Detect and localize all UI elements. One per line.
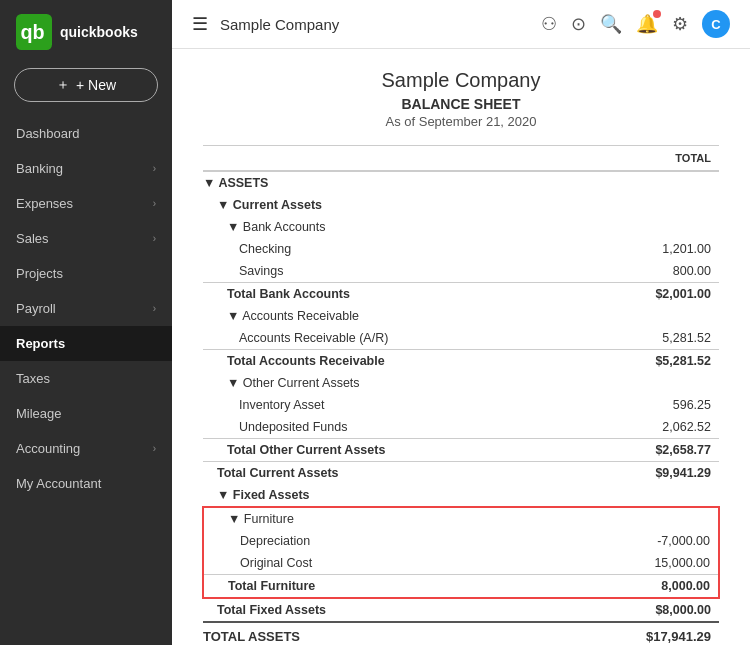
row-amount <box>567 216 719 238</box>
table-row: Total Bank Accounts$2,001.00 <box>203 283 719 306</box>
sidebar-item-label: Mileage <box>16 406 62 421</box>
svg-text:qb: qb <box>21 21 45 43</box>
row-label: ▼ Accounts Receivable <box>203 305 567 327</box>
row-label: ▼ Other Current Assets <box>203 372 567 394</box>
report-content: Sample Company BALANCE SHEET As of Septe… <box>172 49 750 645</box>
quickbooks-logo: qb <box>16 14 52 50</box>
row-amount: 2,062.52 <box>567 416 719 439</box>
plus-icon: ＋ <box>56 76 70 94</box>
sidebar-item-expenses[interactable]: Expenses› <box>0 186 172 221</box>
sidebar-item-label: Expenses <box>16 196 73 211</box>
row-label: Total Furniture <box>203 575 567 599</box>
notification-dot <box>653 10 661 18</box>
table-row: TOTAL ASSETS$17,941.29 <box>203 622 719 645</box>
row-amount: $2,658.77 <box>567 439 719 462</box>
chevron-right-icon: › <box>153 443 156 454</box>
row-amount <box>567 372 719 394</box>
profile-icon[interactable]: ⚇ <box>541 13 557 35</box>
row-amount: 8,000.00 <box>567 575 719 599</box>
row-amount <box>567 171 719 194</box>
table-row: ▼ Accounts Receivable <box>203 305 719 327</box>
sidebar-item-mileage[interactable]: Mileage <box>0 396 172 431</box>
table-row: Inventory Asset596.25 <box>203 394 719 416</box>
report-title: BALANCE SHEET <box>202 96 720 112</box>
new-button-label: + New <box>76 77 116 93</box>
row-amount: $5,281.52 <box>567 350 719 373</box>
sidebar-item-taxes[interactable]: Taxes <box>0 361 172 396</box>
sidebar: qb quickbooks ＋ + New DashboardBanking›E… <box>0 0 172 645</box>
row-label: Accounts Receivable (A/R) <box>203 327 567 350</box>
table-row: ▼ Other Current Assets <box>203 372 719 394</box>
table-header-row: TOTAL <box>203 146 719 172</box>
row-label: ▼ Current Assets <box>203 194 567 216</box>
topbar-icons: ⚇ ⊙ 🔍 🔔 ⚙ C <box>541 10 730 38</box>
row-label: Total Other Current Assets <box>203 439 567 462</box>
sidebar-item-projects[interactable]: Projects <box>0 256 172 291</box>
row-label: TOTAL ASSETS <box>203 622 567 645</box>
row-amount <box>567 305 719 327</box>
row-label: ▼ Bank Accounts <box>203 216 567 238</box>
hamburger-icon[interactable]: ☰ <box>192 13 208 35</box>
row-amount: 800.00 <box>567 260 719 283</box>
table-row: Checking1,201.00 <box>203 238 719 260</box>
sidebar-item-dashboard[interactable]: Dashboard <box>0 116 172 151</box>
row-amount: $17,941.29 <box>567 622 719 645</box>
row-amount: 1,201.00 <box>567 238 719 260</box>
new-button[interactable]: ＋ + New <box>14 68 158 102</box>
table-row: Accounts Receivable (A/R)5,281.52 <box>203 327 719 350</box>
row-label: Total Fixed Assets <box>203 598 567 622</box>
sidebar-item-payroll[interactable]: Payroll› <box>0 291 172 326</box>
report-company: Sample Company <box>202 69 720 92</box>
sidebar-item-label: Taxes <box>16 371 50 386</box>
sidebar-nav: DashboardBanking›Expenses›Sales›Projects… <box>0 116 172 501</box>
row-label: Original Cost <box>203 552 567 575</box>
table-row: ▼ Current Assets <box>203 194 719 216</box>
table-row: ▼ Bank Accounts <box>203 216 719 238</box>
help-icon[interactable]: ⊙ <box>571 13 586 35</box>
sidebar-item-banking[interactable]: Banking› <box>0 151 172 186</box>
brand-name: quickbooks <box>60 24 138 40</box>
table-row: ▼ Fixed Assets <box>203 484 719 507</box>
row-amount: 596.25 <box>567 394 719 416</box>
chevron-right-icon: › <box>153 198 156 209</box>
row-label: Inventory Asset <box>203 394 567 416</box>
sidebar-item-sales[interactable]: Sales› <box>0 221 172 256</box>
table-row: Original Cost15,000.00 <box>203 552 719 575</box>
sidebar-item-reports[interactable]: Reports <box>0 326 172 361</box>
table-row: Total Other Current Assets$2,658.77 <box>203 439 719 462</box>
chevron-right-icon: › <box>153 163 156 174</box>
sidebar-item-accounting[interactable]: Accounting› <box>0 431 172 466</box>
row-label: Depreciation <box>203 530 567 552</box>
sidebar-item-label: Dashboard <box>16 126 80 141</box>
row-amount: $8,000.00 <box>567 598 719 622</box>
row-amount <box>567 484 719 507</box>
notification-icon[interactable]: 🔔 <box>636 13 658 35</box>
row-label: ▼ Fixed Assets <box>203 484 567 507</box>
row-amount: $2,001.00 <box>567 283 719 306</box>
table-row: Total Current Assets$9,941.29 <box>203 462 719 485</box>
sidebar-item-label: Sales <box>16 231 49 246</box>
row-label: Savings <box>203 260 567 283</box>
settings-icon[interactable]: ⚙ <box>672 13 688 35</box>
table-row: Total Furniture8,000.00 <box>203 575 719 599</box>
sidebar-item-label: Banking <box>16 161 63 176</box>
chevron-right-icon: › <box>153 233 156 244</box>
table-row: Total Accounts Receivable$5,281.52 <box>203 350 719 373</box>
sidebar-item-label: My Accountant <box>16 476 101 491</box>
sidebar-item-my-accountant[interactable]: My Accountant <box>0 466 172 501</box>
sidebar-item-label: Projects <box>16 266 63 281</box>
row-label: Total Accounts Receivable <box>203 350 567 373</box>
table-row: Savings800.00 <box>203 260 719 283</box>
sidebar-item-label: Accounting <box>16 441 80 456</box>
avatar[interactable]: C <box>702 10 730 38</box>
table-row: ▼ ASSETS <box>203 171 719 194</box>
sidebar-item-label: Payroll <box>16 301 56 316</box>
table-row: Total Fixed Assets$8,000.00 <box>203 598 719 622</box>
search-icon[interactable]: 🔍 <box>600 13 622 35</box>
row-label: Total Current Assets <box>203 462 567 485</box>
total-col-header: TOTAL <box>567 146 719 172</box>
report-header: Sample Company BALANCE SHEET As of Septe… <box>202 69 720 129</box>
company-name: Sample Company <box>220 16 529 33</box>
logo-area: qb quickbooks <box>0 0 172 60</box>
row-amount <box>567 194 719 216</box>
